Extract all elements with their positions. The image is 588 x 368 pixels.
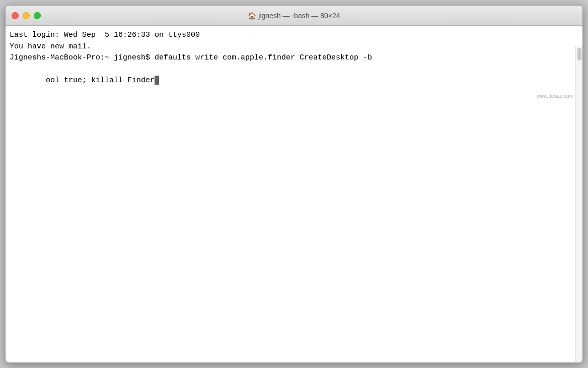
watermark: www.deuaq.com xyxy=(537,92,573,100)
terminal-line-4: ool true; killall Finder xyxy=(10,64,573,98)
titlebar: 🏠 jignesh — -bash — 80×24 xyxy=(6,6,582,26)
traffic-lights xyxy=(12,12,41,19)
close-button[interactable] xyxy=(12,12,19,19)
window-title: 🏠 jignesh — -bash — 80×24 xyxy=(248,12,340,20)
terminal-line-2: You have new mail. xyxy=(10,41,573,53)
terminal-cursor xyxy=(155,76,159,85)
scrollbar-thumb[interactable] xyxy=(577,48,581,60)
terminal-window: 🏠 jignesh — -bash — 80×24 Last login: We… xyxy=(5,5,583,363)
minimize-button[interactable] xyxy=(23,12,30,19)
scrollbar[interactable] xyxy=(575,46,582,362)
home-icon: 🏠 xyxy=(248,12,256,20)
terminal-body[interactable]: Last login: Wed Sep 5 16:26:33 on ttys00… xyxy=(6,26,582,102)
maximize-button[interactable] xyxy=(34,12,41,19)
terminal-line-3: Jigneshs-MacBook-Pro:~ jignesh$ defaults… xyxy=(10,52,573,64)
terminal-line-1: Last login: Wed Sep 5 16:26:33 on ttys00… xyxy=(10,30,573,41)
